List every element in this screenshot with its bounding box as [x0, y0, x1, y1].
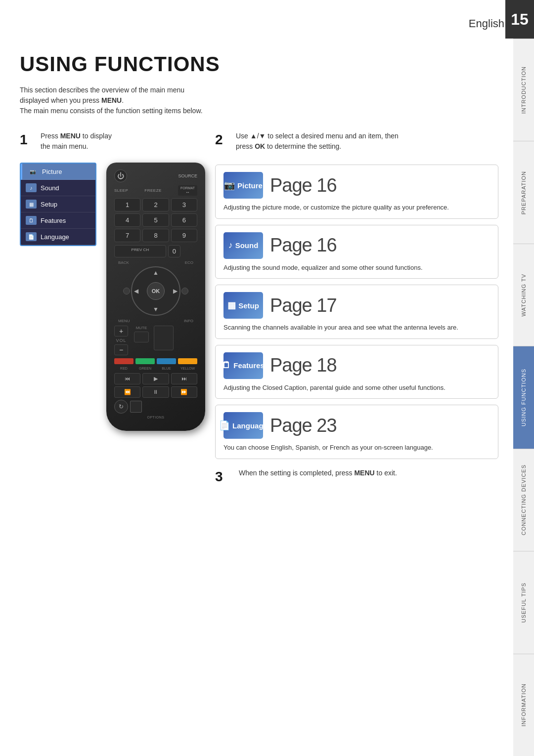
sidebar-tab-information[interactable]: INFORMATION — [513, 654, 534, 756]
mute-button[interactable] — [134, 332, 149, 342]
media-row1: ⏮ ▶ ⏭ — [114, 373, 197, 384]
rewind-button[interactable]: ⏪ — [114, 386, 140, 398]
setup-card-header: ▦ Setup Page 17 — [223, 292, 490, 319]
red-label: RED — [114, 367, 134, 370]
pause-button[interactable]: ⏸ — [142, 386, 169, 398]
dpad-container: ▲ ▼ ◀ ▶ OK — [114, 266, 197, 316]
sidebar-tab-useful-tips[interactable]: USEFUL TIPS — [513, 551, 534, 653]
fast-forward-button[interactable]: ⏩ — [171, 386, 197, 398]
play-button[interactable]: ▶ — [142, 373, 169, 384]
two-col-layout: 1 Press MENU to display the main menu. 📷… — [20, 131, 498, 485]
features-card-description: Adjusting the Closed Caption, parental g… — [223, 383, 490, 393]
red-button[interactable] — [114, 358, 134, 364]
remote-container: ⏻ SOURCE SLEEP FREEZE FORMAT ↔ — [106, 163, 205, 431]
sidebar-tab-watching-tv[interactable]: WATCHING TV — [513, 244, 534, 346]
menu-item-setup[interactable]: ▦ Setup — [21, 196, 95, 212]
power-button[interactable]: ⏻ — [114, 169, 127, 182]
dpad-up[interactable]: ▲ — [153, 269, 159, 276]
step1-text: Press MENU to display the main menu. — [41, 131, 112, 152]
back-label[interactable]: BACK — [118, 260, 129, 265]
sidebar-tab-introduction[interactable]: INTRODUCTION — [513, 39, 534, 141]
yellow-button[interactable] — [178, 358, 197, 364]
vol-minus-button[interactable]: − — [114, 344, 128, 355]
green-button[interactable] — [135, 358, 155, 364]
menu-label[interactable]: MENU — [118, 319, 130, 323]
num-btn-8[interactable]: 8 — [142, 229, 169, 242]
num-btn-6[interactable]: 6 — [171, 213, 197, 227]
mute-label: MUTE — [136, 326, 147, 330]
sleep-label[interactable]: SLEEP — [114, 188, 128, 193]
menu-item-picture[interactable]: 📷 Picture — [21, 164, 95, 180]
vol-column: + VOL − — [114, 326, 128, 355]
features-card-header: 🗒 Features Page 18 — [223, 352, 490, 379]
menu-item-sound[interactable]: ♪ Sound — [21, 180, 95, 196]
picture-icon: 📷 — [27, 167, 38, 176]
dpad-right[interactable]: ▶ — [173, 288, 178, 294]
info-label[interactable]: INFO — [184, 319, 193, 323]
dpad-down[interactable]: ▼ — [153, 306, 159, 313]
intro-menu-keyword: MENU — [101, 96, 122, 104]
vol-plus-button[interactable]: + — [114, 326, 128, 336]
sidebar-tab-information-label: INFORMATION — [521, 683, 527, 726]
sidebar-tab-preparation[interactable]: PREPARATION — [513, 141, 534, 243]
features-card: 🗒 Features Page 18 Adjusting the Closed … — [215, 345, 498, 399]
menu-item-language[interactable]: 📄 Language — [21, 229, 95, 245]
sound-card: ♪ Sound Page 16 Adjusting the sound mode… — [215, 225, 498, 279]
prev-ch-button[interactable]: PREV CH — [114, 245, 166, 257]
ok-button[interactable]: OK — [147, 282, 165, 300]
dpad-left[interactable]: ◀ — [134, 288, 138, 294]
picture-card-header: 📷 Picture Page 16 — [223, 172, 490, 199]
language-card-icon-symbol: 📄 — [219, 420, 230, 431]
stop-button[interactable] — [130, 401, 142, 413]
intro-line1: This section describes the overview of t… — [20, 86, 184, 94]
num-btn-1[interactable]: 1 — [114, 198, 140, 211]
sound-card-header: ♪ Sound Page 16 — [223, 232, 490, 259]
sound-icon: ♪ — [26, 183, 37, 192]
format-button[interactable]: FORMAT ↔ — [178, 185, 197, 196]
setup-card-icon-symbol: ▦ — [227, 300, 236, 311]
source-label[interactable]: SOURCE — [178, 173, 197, 178]
step2-number: 2 — [215, 132, 233, 148]
num-btn-3[interactable]: 3 — [171, 198, 197, 211]
prev-track-button[interactable]: ⏮ — [114, 373, 140, 384]
options-label: OPTIONS — [114, 416, 197, 419]
setup-card-icon-label: ▦ Setup — [227, 300, 259, 311]
features-card-icon-symbol: 🗒 — [222, 360, 231, 371]
next-track-button[interactable]: ⏭ — [171, 373, 197, 384]
sound-card-icon-symbol: ♪ — [228, 240, 233, 251]
dpad-area: BACK ECO ▲ ▼ ◀ ▶ OK — [114, 260, 197, 323]
picture-card-icon-label: 📷 Picture — [224, 180, 263, 191]
remote-numpad: 1 2 3 4 5 6 7 8 9 — [114, 198, 197, 242]
picture-card-icon-symbol: 📷 — [224, 180, 235, 191]
menu-item-language-label: Language — [41, 233, 69, 241]
sidebar-tab-connecting-devices[interactable]: CONNECTING DEVICES — [513, 449, 534, 551]
sidebar-tab-using-functions-label: USING FUNCTIONS — [521, 369, 527, 426]
num-btn-4[interactable]: 4 — [114, 213, 140, 227]
blue-button[interactable] — [157, 358, 176, 364]
num-btn-9[interactable]: 9 — [171, 229, 197, 242]
eco-label[interactable]: ECO — [185, 260, 193, 265]
main-content: USING FUNCTIONS This section describes t… — [0, 39, 513, 500]
step2-ok-keyword: OK — [255, 142, 265, 150]
menu-item-setup-label: Setup — [41, 201, 57, 208]
sidebar-tab-connecting-devices-label: CONNECTING DEVICES — [521, 464, 527, 535]
features-card-icon-box: 🗒 Features — [223, 352, 263, 379]
page-title: USING FUNCTIONS — [20, 52, 498, 76]
step2-text: Use ▲/▼ to select a desired menu and an … — [236, 131, 399, 152]
step1-row: 1 Press MENU to display the main menu. — [20, 131, 205, 158]
setup-icon: ▦ — [26, 200, 37, 209]
sidebar-tab-using-functions[interactable]: USING FUNCTIONS — [513, 346, 534, 448]
dpad-right-dot — [181, 288, 188, 294]
intro-line2: displayed when you press — [20, 96, 101, 104]
menu-item-features[interactable]: 🗒 Features — [21, 212, 95, 229]
options-circle-button[interactable]: ↻ — [114, 400, 128, 414]
num-btn-0[interactable]: 0 — [168, 245, 180, 257]
freeze-label[interactable]: FREEZE — [144, 188, 162, 193]
sidebar-tab-useful-tips-label: USEFUL TIPS — [521, 583, 527, 623]
step3-row: 3 When the setting is completed, press M… — [215, 468, 498, 485]
num-btn-2[interactable]: 2 — [142, 198, 169, 211]
step1-column: 1 Press MENU to display the main menu. 📷… — [20, 131, 205, 485]
num-btn-5[interactable]: 5 — [142, 213, 169, 227]
num-btn-7[interactable]: 7 — [114, 229, 140, 242]
picture-card-description: Adjusting the picture mode, or customize… — [223, 203, 490, 212]
